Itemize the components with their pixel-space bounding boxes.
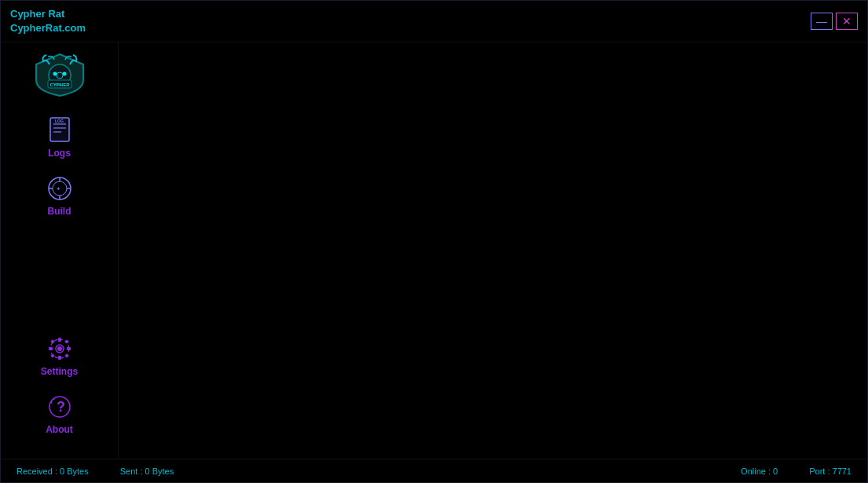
svg-point-28 bbox=[57, 346, 62, 351]
title-bar: Cypher Rat CypherRat.com — ✕ bbox=[1, 1, 867, 42]
port-status: Port : 7771 bbox=[809, 467, 852, 476]
svg-text:+: + bbox=[57, 185, 60, 192]
app-window: Cypher Rat CypherRat.com — ✕ bbox=[0, 0, 868, 483]
svg-rect-24 bbox=[50, 339, 55, 344]
svg-rect-23 bbox=[67, 347, 71, 350]
sidebar-item-build[interactable]: + Build bbox=[46, 174, 74, 217]
build-label: Build bbox=[48, 206, 71, 217]
close-button[interactable]: ✕ bbox=[836, 13, 858, 30]
logs-label: Logs bbox=[48, 148, 71, 159]
sent-status: Sent : 0 Bytes bbox=[120, 467, 174, 476]
content-area bbox=[119, 42, 867, 459]
settings-label: Settings bbox=[41, 366, 78, 377]
svg-text:CYPHER: CYPHER bbox=[49, 82, 70, 87]
svg-rect-20 bbox=[58, 338, 61, 342]
svg-rect-25 bbox=[64, 339, 69, 344]
sidebar-item-settings[interactable]: Settings bbox=[41, 335, 78, 377]
about-label: About bbox=[46, 424, 73, 435]
sidebar-item-about[interactable]: ? About bbox=[46, 393, 74, 435]
svg-rect-21 bbox=[58, 356, 61, 360]
svg-rect-22 bbox=[49, 347, 53, 350]
build-icon: + bbox=[46, 174, 74, 203]
window-controls: — ✕ bbox=[811, 13, 858, 30]
svg-text:LOG: LOG bbox=[55, 119, 64, 123]
app-title: Cypher Rat CypherRat.com bbox=[10, 7, 86, 35]
logo: CYPHER bbox=[32, 50, 87, 101]
svg-rect-26 bbox=[50, 353, 55, 358]
about-icon: ? bbox=[46, 393, 74, 421]
settings-icon bbox=[46, 335, 74, 363]
main-layout: CYPHER LOG Logs bbox=[1, 42, 867, 459]
online-status: Online : 0 bbox=[741, 467, 778, 476]
minimize-button[interactable]: — bbox=[811, 13, 833, 30]
received-status: Received : 0 Bytes bbox=[16, 467, 89, 476]
status-right: Online : 0 Port : 7771 bbox=[741, 467, 852, 476]
status-bar: Received : 0 Bytes Sent : 0 Bytes Online… bbox=[1, 459, 867, 482]
sidebar: CYPHER LOG Logs bbox=[1, 42, 119, 459]
logs-icon: LOG bbox=[46, 116, 74, 145]
svg-rect-27 bbox=[64, 353, 69, 358]
svg-text:?: ? bbox=[57, 399, 65, 415]
sidebar-item-logs[interactable]: LOG Logs bbox=[46, 116, 74, 159]
